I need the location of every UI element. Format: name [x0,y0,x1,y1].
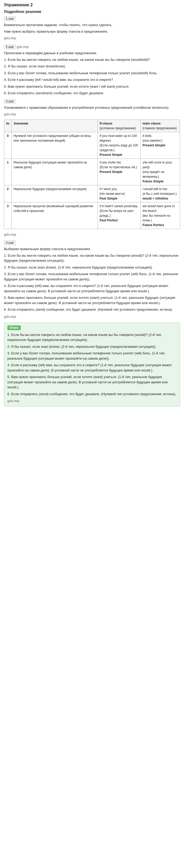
table-header-num: № [4,120,11,132]
watermark-3: gdz.top [4,112,16,116]
answer-label: Ответ [7,326,21,330]
step2-sentence-0: 1. Если бы вы могли говорить на любом яз… [4,57,180,62]
step2-sentence-2: 3. Если у вас болит голова, пользование … [4,70,180,76]
table-cell-main-1: she will come to your party.(она придёт … [141,159,180,185]
step-2-block: 2 шаг gdz.top Прочитаем и переведём данн… [4,44,180,96]
step-3-text: Ознакомимся с правилами образования и уп… [4,105,180,110]
table-cell-main-3: we would have gone to the beach.(мы бы п… [141,203,180,229]
table-cell-num-0: 0 [4,132,11,159]
table-row-3: 3Нереальное прошлое (возможный сценарий … [4,203,180,229]
answer-item-3: 4. Если я расскажу (tell) вам, вы сохран… [7,363,177,373]
step2-sentence-1: 2. Я бы сказал, если знал (knew/know). [4,64,180,69]
step-4-block: 4 шаг Выберем правильную форму глагола в… [4,240,180,319]
step4-item-2: 3. Если у вас болит голова, пользование … [4,272,180,282]
answer-item-0: 1. Если бы вы могли говорить на любом яз… [7,332,177,342]
watermark-1: gdz.top [4,36,16,40]
page-title: Упражнение 2 [4,3,180,7]
table-header-if: If-clause(условное предложение) [98,120,140,132]
step4-item-0: 1. Если бы вы могли говорить на любом яз… [4,253,180,263]
table-cell-meaning-3: Нереальное прошлое (возможный сценарий р… [11,203,98,229]
step4-item-4: 5. Вам нужно приложить больше усилий, ес… [4,295,180,305]
table-row-1: 1Реальное будущее (ситуация может произо… [4,159,180,185]
step-2-label: 2 шаг [4,44,16,49]
table-cell-main-0: it boils.(она закипит.)Present Simple [141,132,180,159]
table-cell-num-2: 2 [4,185,11,203]
step4-item-5: 6. Если отправлять (send) сообщения, это… [4,307,180,312]
step2-sentence-5: 6. Если отправлять (send/sent) сообщения… [4,91,180,96]
answer-box: Ответ 1. Если бы вы могли говорить на лю… [4,322,180,407]
section-title: Подробное решение [4,9,180,14]
step-1-text: Внимательно прочитаем задание, чтобы пон… [4,22,180,28]
table-cell-meaning-0: Нулевой тип условного предложения (общие… [11,132,98,159]
table-cell-num-1: 1 [4,159,11,185]
step-2-sentences: 1. Если бы вы могли говорить на любом яз… [4,57,180,96]
table-header-main: main clause(главное предложение) [141,120,180,132]
step2-sentence-3: 4. Если я расскажу (tell / would tell) в… [4,77,180,83]
table-row-0: 0Нулевой тип условного предложения (общи… [4,132,180,159]
step-4-label: 4 шаг [4,240,16,245]
step-4-analysis: 1. Если бы вы могли говорить на любом яз… [4,253,180,312]
step4-item-1: 2. Я бы сказал, если знал (knew). (2-й т… [4,265,180,270]
table-header-meaning: Значение [11,120,98,132]
step-3-label: 3 шаг [4,99,16,104]
watermark-answer: gdz.top [7,399,20,403]
step-1-detail: Нам нужно выбрать правильную форму глаго… [4,29,180,34]
table-cell-main-2: I would talk to her.(я бы с ней поговори… [141,185,180,203]
answer-item-2: 3. Если у вас болит голова, пользование … [7,351,177,361]
grammar-table: № Значение If-clause(условное предложени… [4,120,180,229]
table-cell-if-3: If it hadn't rained yesterday,(Если бы в… [98,203,140,229]
table-cell-if-0: If you heat water up to 100 degrees.(Есл… [98,132,140,159]
step-1-block: 1 шаг Внимательно прочитаем задание, что… [4,16,180,41]
step-3-block: 3 шаг Ознакомимся с правилами образовани… [4,99,180,238]
step4-item-3: 4. Если я расскажу (tell) вам, вы сохран… [4,283,180,293]
watermark-2: gdz.top [16,45,29,49]
table-cell-num-3: 3 [4,203,11,229]
watermark-4: gdz.top [4,315,16,318]
table-cell-if-1: If you invite her,(Если ты пригласишь её… [98,159,140,185]
step2-sentence-4: 5. Вам нужно приложить больше усилий, ес… [4,84,180,89]
table-cell-meaning-1: Реальное будущее (ситуация может произой… [11,159,98,185]
answer-item-1: 2. Я бы сказал, если знал (knew). (2-й т… [7,344,177,349]
answer-item-5: 6. Если отправлять (send) сообщения, это… [7,392,177,397]
step-2-text: Прочитаем и переведём данные в учебнике … [4,51,180,56]
watermark-3b: gdz.top [4,232,16,237]
table-cell-meaning-2: Нереальное будущее (предполагаемая ситуа… [11,185,98,203]
step-1-label: 1 шаг [4,16,16,21]
table-cell-if-2: If I were you,(На твоем месте)Past Simpl… [98,185,140,203]
table-row-2: 2Нереальное будущее (предполагаемая ситу… [4,185,180,203]
step-4-text: Выберем правильную форму глагола в предл… [4,246,180,252]
answer-item-4: 5. Вам нужно приложить больше усилий, ес… [7,374,177,390]
